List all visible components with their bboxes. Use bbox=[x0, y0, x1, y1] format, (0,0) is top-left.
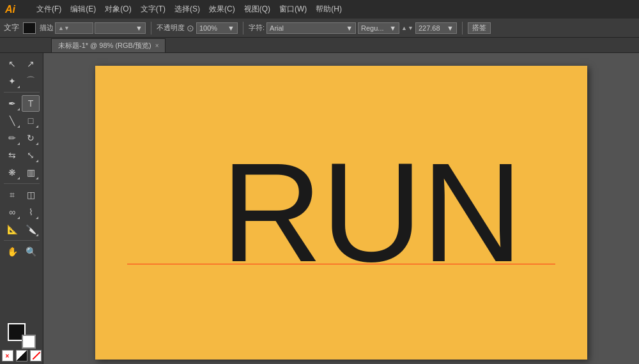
font-label: 字符: bbox=[249, 23, 265, 33]
tab-title: 未标题-1* @ 98% (RGB/预览) bbox=[58, 41, 151, 50]
sep1 bbox=[151, 22, 151, 34]
title-bar: Ai 文件(F) 编辑(E) 对象(O) 文字(T) 选择(S) 效果(C) 视… bbox=[0, 0, 639, 19]
tool-sep-1 bbox=[4, 92, 40, 93]
tool-row-2: ✦ ⌒ bbox=[3, 73, 40, 89]
reflect-tool[interactable]: ⇆ bbox=[3, 147, 21, 163]
eyedropper-tool[interactable]: ⌇ bbox=[22, 204, 40, 220]
tool-row-9: ∞ ⌇ bbox=[3, 204, 40, 220]
tool-row-3: ✒ T bbox=[3, 95, 40, 112]
opacity-icon[interactable]: ⊙ bbox=[187, 23, 194, 33]
main-area: ↖ ↗ ✦ ⌒ ✒ T ╲ □ ✏ ↻ ⇆ ⤡ ❋ ▥ ⌗ bbox=[0, 53, 639, 364]
tab-close-icon[interactable]: × bbox=[155, 42, 159, 49]
menu-type[interactable]: 文字(T) bbox=[137, 3, 169, 16]
stroke-up-arrow[interactable]: ▲ bbox=[58, 25, 64, 31]
font-size-up[interactable]: ▲ bbox=[401, 25, 407, 31]
tool-row-7: ❋ ▥ bbox=[3, 164, 40, 181]
menu-effect[interactable]: 效果(C) bbox=[205, 3, 239, 16]
run-text[interactable]: RUN bbox=[221, 142, 522, 283]
rectangle-tool[interactable]: □ bbox=[22, 112, 40, 129]
tool-row-5: ✏ ↻ bbox=[3, 130, 40, 146]
color-swatches: × bbox=[2, 323, 42, 361]
menu-help[interactable]: 帮助(H) bbox=[312, 3, 346, 16]
gradient-tool[interactable]: ◫ bbox=[22, 186, 40, 203]
font-style-dropdown[interactable]: Regu... ▼ bbox=[358, 22, 399, 34]
tool-row-11: ✋ 🔍 bbox=[3, 243, 40, 260]
select-tool[interactable]: ↖ bbox=[3, 56, 21, 72]
font-name-dropdown[interactable]: Arial ▼ bbox=[266, 22, 356, 34]
stroke-label: 描边 bbox=[40, 23, 54, 33]
opacity-dropdown[interactable]: 100% ▼ bbox=[196, 22, 238, 34]
left-toolbar: ↖ ↗ ✦ ⌒ ✒ T ╲ □ ✏ ↻ ⇆ ⤡ ❋ ▥ ⌗ bbox=[0, 53, 43, 364]
scale-tool[interactable]: ⤡ bbox=[22, 147, 40, 163]
tool-row-1: ↖ ↗ bbox=[3, 56, 40, 72]
zoom-tool[interactable]: 🔍 bbox=[22, 243, 40, 260]
menu-select[interactable]: 选择(S) bbox=[171, 3, 204, 16]
hand-tool[interactable]: ✋ bbox=[3, 243, 21, 260]
done-button[interactable]: 搭签 bbox=[468, 22, 491, 34]
document-tab[interactable]: 未标题-1* @ 98% (RGB/预览) × bbox=[51, 38, 166, 52]
opacity-label: 不透明度 bbox=[157, 23, 185, 33]
mesh-tool[interactable]: ⌗ bbox=[3, 186, 21, 203]
app-logo: Ai bbox=[5, 4, 27, 15]
none-swatch[interactable]: × bbox=[2, 350, 13, 361]
font-size-value: 227.68 bbox=[419, 24, 440, 32]
graph-tool[interactable]: ▥ bbox=[22, 164, 40, 181]
font-size-down[interactable]: ▼ bbox=[408, 25, 413, 31]
stroke-box[interactable]: ▲ ▼ bbox=[55, 22, 93, 34]
artboard: RUN bbox=[95, 66, 587, 360]
slice-tool[interactable]: 🔪 bbox=[22, 221, 40, 238]
fill-swatch[interactable] bbox=[23, 22, 36, 34]
tool-sep-2 bbox=[4, 183, 40, 184]
text-baseline bbox=[127, 264, 555, 264]
opacity-value: 100% bbox=[199, 24, 217, 32]
menu-window[interactable]: 窗口(W) bbox=[275, 3, 311, 16]
magic-wand-tool[interactable]: ✦ bbox=[3, 73, 21, 89]
type-tool[interactable]: T bbox=[22, 95, 40, 112]
menu-edit[interactable]: 编辑(E) bbox=[66, 3, 100, 16]
measure-tool[interactable]: 📐 bbox=[3, 221, 21, 238]
opacity-area: 不透明度 ⊙ 100% ▼ bbox=[157, 22, 238, 34]
tool-sep-3 bbox=[4, 240, 40, 241]
direct-select-tool[interactable]: ↗ bbox=[22, 56, 40, 72]
sep3 bbox=[462, 22, 463, 34]
tool-row-10: 📐 🔪 bbox=[3, 221, 40, 238]
warp-tool[interactable]: ❋ bbox=[3, 164, 21, 181]
font-area: 字符: Arial ▼ Regu... ▼ ▲ ▼ 227.68 ▼ bbox=[249, 22, 457, 34]
stroke-dropdown[interactable]: ▼ bbox=[95, 22, 146, 34]
font-size-dropdown[interactable]: 227.68 ▼ bbox=[415, 22, 457, 34]
font-name-value: Arial bbox=[270, 24, 284, 32]
tool-row-8: ⌗ ◫ bbox=[3, 186, 40, 203]
menu-object[interactable]: 对象(O) bbox=[101, 3, 135, 16]
options-toolbar: 文字 描边 ▲ ▼ ▼ 不透明度 ⊙ 100% ▼ 字符: Arial ▼ Re… bbox=[0, 19, 639, 38]
swatch-small-row: × bbox=[2, 350, 42, 361]
no-color-swatch[interactable] bbox=[30, 350, 42, 361]
font-style-value: Regu... bbox=[361, 24, 383, 32]
pencil-tool[interactable]: ✏ bbox=[3, 130, 21, 146]
pen-tool[interactable]: ✒ bbox=[3, 95, 21, 112]
section-label: 文字 bbox=[4, 22, 19, 33]
blend-tool[interactable]: ∞ bbox=[3, 204, 21, 220]
stroke-down-arrow[interactable]: ▼ bbox=[64, 25, 70, 31]
menu-bar: 文件(F) 编辑(E) 对象(O) 文字(T) 选择(S) 效果(C) 视图(Q… bbox=[33, 3, 346, 16]
gradient-swatch[interactable] bbox=[16, 350, 27, 361]
swatch-container bbox=[8, 323, 36, 349]
background-swatch[interactable] bbox=[22, 335, 36, 349]
tab-bar: 未标题-1* @ 98% (RGB/预览) × bbox=[0, 38, 639, 53]
tool-row-6: ⇆ ⤡ bbox=[3, 147, 40, 163]
lasso-tool[interactable]: ⌒ bbox=[22, 73, 40, 89]
canvas-area: RUN bbox=[43, 53, 639, 364]
menu-file[interactable]: 文件(F) bbox=[33, 3, 65, 16]
line-tool[interactable]: ╲ bbox=[3, 112, 21, 129]
sep2 bbox=[243, 22, 243, 34]
rotate-tool[interactable]: ↻ bbox=[22, 130, 40, 146]
tool-row-4: ╲ □ bbox=[3, 112, 40, 129]
menu-view[interactable]: 视图(Q) bbox=[240, 3, 274, 16]
